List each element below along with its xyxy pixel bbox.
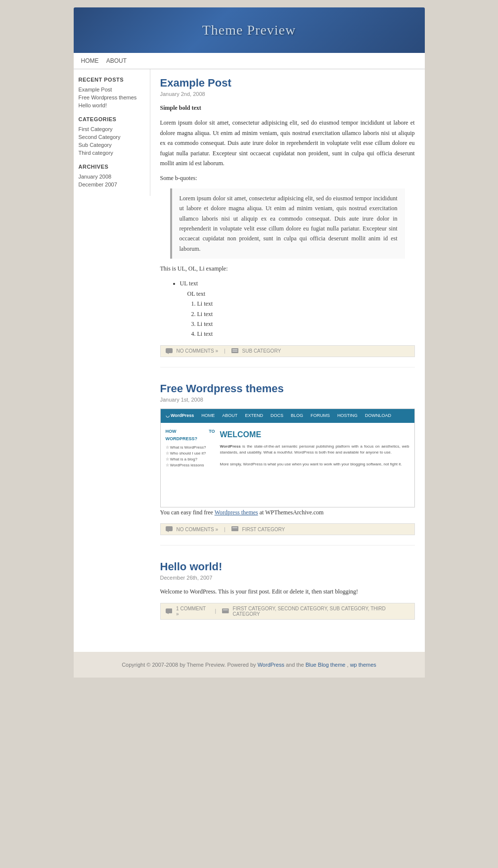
post-1-pipe: | <box>224 527 226 532</box>
wp-welcome-text: WELCOME <box>220 428 409 441</box>
post-1-body-pre: You can easy find free <box>160 509 215 516</box>
sidebar: RECENT POSTS Example Post Free Wordpress… <box>74 69 150 196</box>
nav-home[interactable]: HOME <box>81 57 99 64</box>
wp-nav-extend: EXTEND <box>245 412 263 419</box>
post-0-date: January 2nd, 2008 <box>160 91 415 97</box>
sidebar-recent-post-0[interactable]: Example Post <box>79 86 145 93</box>
post-0: Example Post January 2nd, 2008 Simple bo… <box>160 77 415 367</box>
sidebar-archive-0[interactable]: January 2008 <box>79 173 145 181</box>
wp-nav-forums: FORUMS <box>311 412 330 419</box>
recent-posts-title: RECENT POSTS <box>79 77 145 83</box>
main-nav: HOME ABOUT <box>74 53 425 69</box>
footer-wp-themes-link[interactable]: wp themes <box>350 662 376 668</box>
sidebar-category-2[interactable]: Sub Category <box>79 141 145 149</box>
archives-title: ARCHIVES <box>79 164 145 170</box>
post-0-title[interactable]: Example Post <box>160 77 415 90</box>
svg-marker-1 <box>167 353 169 354</box>
post-0-list-intro: This is UL, OL, Li example: <box>160 264 415 274</box>
post-0-blockquote: Lorem ipsum dolor sit amet, consectetur … <box>170 188 405 259</box>
site-footer: Copyright © 2007-2008 by Theme Preview. … <box>74 652 425 678</box>
footer-copyright: Copyright © 2007-2008 by Theme Preview. … <box>122 662 256 668</box>
post-0-li-list: Li text Li text Li text Li text <box>197 299 415 339</box>
post-0-li-0: Li text <box>197 299 415 309</box>
post-1: Free Wordpress themes January 1st, 2008 … <box>160 382 415 546</box>
post-2-content: Welcome to WordPress. This is your first… <box>160 587 415 596</box>
post-2-title[interactable]: Hello world! <box>160 560 415 573</box>
site-title: Theme Preview <box>84 22 415 38</box>
post-1-footer: NO COMMENTS » | FIRST CATEGORY <box>160 523 415 535</box>
svg-rect-11 <box>222 608 229 613</box>
footer-wordpress-link[interactable]: WordPress <box>258 662 284 668</box>
post-2-body: Welcome to WordPress. This is your first… <box>160 587 415 596</box>
post-2-categories[interactable]: FIRST CATEGORY, SECOND CATEGORY, SUB CAT… <box>233 606 409 617</box>
category-icon <box>231 348 238 354</box>
svg-rect-7 <box>231 526 238 531</box>
sidebar-recent-post-1[interactable]: Free Wordpress themes <box>79 93 145 101</box>
post-0-li-2: Li text <box>197 319 415 329</box>
post-2-footer: 1 COMMENT » | FIRST CATEGORY, SECOND CAT… <box>160 603 415 620</box>
post-0-category[interactable]: SUB CATEGORY <box>242 348 281 354</box>
sidebar-archive-1[interactable]: December 2007 <box>79 181 145 188</box>
post-0-ul-item: UL text <box>180 278 415 288</box>
post-0-lists: UL text OL text Li text Li text Li text … <box>170 278 415 339</box>
category-icon-1 <box>231 526 238 532</box>
sidebar-category-0[interactable]: First Category <box>79 125 145 133</box>
svg-marker-6 <box>167 531 169 532</box>
post-1-no-comments[interactable]: NO COMMENTS » <box>177 527 218 532</box>
post-2-comment[interactable]: 1 COMMENT » <box>176 606 209 617</box>
wp-sidebar-header: HOW TO WORDPRESS? <box>166 428 215 443</box>
svg-rect-5 <box>166 526 173 531</box>
post-0-li-1: Li text <box>197 309 415 319</box>
sidebar-recent-post-2[interactable]: Hello world! <box>79 101 145 109</box>
category-icon-2 <box>222 608 229 614</box>
wp-nav-blog: BLOG <box>291 412 303 419</box>
wp-nav-hosting: HOSTING <box>337 412 358 419</box>
footer-theme-link[interactable]: Blue Blog theme <box>306 662 346 668</box>
sidebar-category-3[interactable]: Third category <box>79 149 145 157</box>
post-0-ol-item: OL text <box>187 289 415 299</box>
comment-icon <box>166 348 173 354</box>
post-0-no-comments[interactable]: NO COMMENTS » <box>177 348 218 354</box>
post-0-content: Simple bold text Lorem ipsum dolor sit a… <box>160 103 415 339</box>
post-1-wp-link[interactable]: Wordpress themes <box>215 509 258 516</box>
post-1-body-post: at WPThemesArchive.com <box>260 509 324 516</box>
wp-sidebar-links: ☆ What is WordPress? ☆ Who should I use … <box>166 445 215 468</box>
comment-icon-1 <box>166 526 173 532</box>
nav-about[interactable]: ABOUT <box>106 57 127 64</box>
post-1-category[interactable]: FIRST CATEGORY <box>242 527 285 532</box>
svg-marker-10 <box>167 613 168 614</box>
wp-welcome-body: WordPress is the state-of-the-art semant… <box>220 444 409 467</box>
wp-sidebar-mock: HOW TO WORDPRESS? ☆ What is WordPress? ☆… <box>166 428 215 469</box>
post-2: Hello world! December 26th, 2007 Welcome… <box>160 560 415 629</box>
post-0-bquote-intro: Some b-quotes: <box>160 173 415 183</box>
wp-nav-docs: DOCS <box>271 412 283 419</box>
content-wrapper: RECENT POSTS Example Post Free Wordpress… <box>74 69 425 652</box>
svg-rect-9 <box>166 608 173 613</box>
svg-rect-2 <box>231 348 238 353</box>
wp-nav-about: ABOUT <box>222 412 237 419</box>
post-0-body: Lorem ipsum dolor sit amet, consectetur … <box>160 118 415 168</box>
sidebar-category-1[interactable]: Second Category <box>79 133 145 141</box>
footer-separator: , <box>347 662 349 668</box>
post-0-ol-wrapper: OL text Li text Li text Li text Li text <box>187 289 415 339</box>
categories-title: CATEGORIES <box>79 116 145 122</box>
wp-header-bar: ◡ WordPress HOME ABOUT EXTEND DOCS BLOG … <box>161 409 414 423</box>
post-1-content: ◡ WordPress HOME ABOUT EXTEND DOCS BLOG … <box>160 409 415 517</box>
wordpress-screenshot: ◡ WordPress HOME ABOUT EXTEND DOCS BLOG … <box>160 409 415 507</box>
post-0-ul: UL text OL text Li text Li text Li text … <box>180 278 415 339</box>
post-0-footer: NO COMMENTS » | SUB CATEGORY <box>160 345 415 357</box>
post-2-date: December 26th, 2007 <box>160 575 415 581</box>
main-content: Example Post January 2nd, 2008 Simple bo… <box>150 69 425 652</box>
post-1-date: January 1st, 2008 <box>160 397 415 403</box>
wp-logo: ◡ WordPress <box>166 412 194 419</box>
wp-nav-home: HOME <box>201 412 215 419</box>
post-0-bold: Simple bold text <box>160 104 201 111</box>
wp-nav-download: DOWNLOAD <box>365 412 391 419</box>
site-header: Theme Preview <box>74 7 425 53</box>
post-0-li-3: Li text <box>197 329 415 339</box>
post-1-title[interactable]: Free Wordpress themes <box>160 382 415 395</box>
post-2-pipe: | <box>215 608 216 614</box>
footer-and: and the <box>286 662 304 668</box>
comment-icon-2 <box>166 608 173 614</box>
svg-rect-0 <box>166 348 173 353</box>
